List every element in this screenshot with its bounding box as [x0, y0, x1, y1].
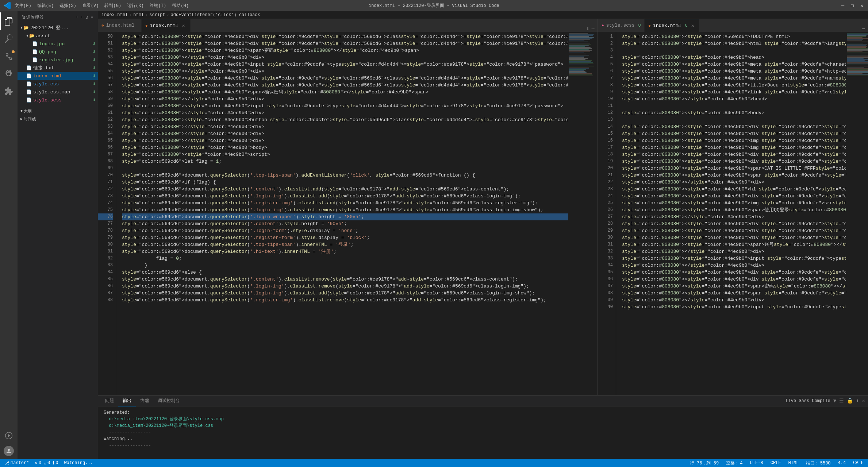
terminal-label: Live Sass Compile: [786, 398, 830, 404]
right-tab-0-badge: U: [638, 23, 641, 28]
error-status[interactable]: ✕ 0 ⚠ 0 ℹ 0: [33, 459, 59, 467]
tree-item-links-txt[interactable]: 📄 链接.txt U: [18, 64, 98, 72]
terminal-line-2: d:\media_item\20221120-登录界面\style.css: [104, 422, 862, 429]
watching-status[interactable]: Watching...: [63, 459, 95, 467]
outline-label: 大纲: [24, 108, 32, 114]
terminal-lock-icon[interactable]: 🔒: [847, 398, 853, 404]
version-status[interactable]: 4.4: [837, 459, 848, 467]
remote-icon[interactable]: [0, 427, 18, 444]
terminal-content: Generated: d:\media_item\20221120-登录界面\s…: [98, 406, 868, 459]
close-button[interactable]: ✕: [859, 3, 864, 8]
right-code-content[interactable]: 1234567891011121314151617181920212223242…: [598, 32, 868, 395]
left-tab-actions: ⬇ ⋯: [583, 26, 598, 32]
right-more-icon[interactable]: ⋯: [862, 26, 865, 32]
sidebar-title: 资源管理器: [22, 15, 43, 20]
menu-file[interactable]: 文件(F): [15, 3, 31, 9]
right-tab-1[interactable]: ❖ index.html U ✕: [645, 19, 699, 32]
right-minimap: [846, 32, 868, 395]
right-tab-0[interactable]: ● style.scss U: [598, 19, 645, 32]
file-icon-index-html: 📄: [26, 73, 32, 79]
run-debug-icon[interactable]: [0, 65, 18, 82]
right-code-lines[interactable]: style="color:#808080"><style="color:#569…: [616, 32, 846, 395]
tree-item-login-jpg[interactable]: 📄 login.jpg U: [18, 40, 98, 48]
sidebar-actions[interactable]: + + ↺ ≡: [76, 15, 93, 20]
status-left: ⎇ master* ✕ 0 ⚠ 0 ℹ 0 Watching...: [3, 459, 95, 467]
git-branch-status[interactable]: ⎇ master*: [3, 459, 30, 467]
calf-status[interactable]: CALF: [852, 459, 865, 467]
live-server-status[interactable]: 端口: 5500: [804, 459, 832, 467]
menu-edit[interactable]: 编辑(E): [37, 3, 54, 9]
tree-root[interactable]: ▼ 📂 20221120-登...: [18, 24, 98, 32]
breadcrumb-callback[interactable]: addEventListener('click') callback: [171, 12, 260, 18]
tree-item-asset[interactable]: ▼ 📂 asset: [18, 32, 98, 40]
tree-item-register-jpg[interactable]: 📄 register.jpg U: [18, 56, 98, 64]
more-actions-icon[interactable]: ⋯: [592, 26, 595, 32]
left-code-lines[interactable]: style="color:#808080"><style="color:#4ec…: [116, 32, 568, 395]
terminal-close-icon[interactable]: ✕: [862, 398, 865, 404]
tree-item-qq-png[interactable]: 📄 QQ.png U: [18, 48, 98, 56]
terminal-tab-terminal[interactable]: 终端: [136, 395, 153, 406]
terminal-resize-icon[interactable]: ⬆: [856, 398, 859, 404]
tree-timeline[interactable]: ▶ 时间线: [18, 115, 98, 123]
left-tab-bar: ❖ index.html ❖ index.html ✕ ⬇ ⋯: [98, 19, 598, 32]
new-folder-icon[interactable]: +: [81, 15, 84, 20]
file-icon-qq: 📄: [32, 49, 38, 55]
minimize-button[interactable]: ─: [840, 3, 845, 8]
root-folder-icon: 📂: [23, 25, 29, 31]
right-tab-actions: ⋯: [859, 26, 868, 32]
left-code-content[interactable]: 5051525354555657585960616263646566676869…: [98, 32, 598, 395]
user-avatar[interactable]: [4, 446, 14, 456]
breadcrumb-sep-2: ›: [145, 12, 148, 18]
language-status[interactable]: HTML: [787, 459, 800, 467]
terminal-tab-problems[interactable]: 问题: [101, 395, 118, 406]
window-controls[interactable]: ─ ❐ ✕: [840, 3, 864, 8]
right-tab-0-label: style.scss: [606, 23, 635, 28]
terminal-list-icon[interactable]: ☰: [839, 398, 844, 404]
terminal-filter-icon[interactable]: ▼: [833, 398, 836, 404]
refresh-icon[interactable]: ↺: [86, 15, 89, 20]
sidebar: 资源管理器 + + ↺ ≡ ▼ 📂 20221120-登... ▼ 📂 asse…: [18, 11, 98, 459]
terminal-tab-debug[interactable]: 调试控制台: [153, 395, 184, 406]
source-control-icon[interactable]: [0, 47, 18, 65]
right-tab-1-label: index.html: [653, 23, 681, 28]
left-tab-1[interactable]: ❖ index.html ✕: [142, 19, 191, 32]
tree-item-index-html[interactable]: 📄 index.html U: [18, 72, 98, 80]
split-editor-icon[interactable]: ⬇: [586, 26, 589, 32]
menu-bar[interactable]: 文件(F) 编辑(E) 选择(S) 查看(V) 转到(G) 运行(R) 终端(T…: [15, 3, 189, 9]
menu-goto[interactable]: 转到(G): [104, 3, 121, 9]
terminal-tab-output[interactable]: 输出: [118, 395, 136, 406]
menu-select[interactable]: 选择(S): [59, 3, 76, 9]
menu-view[interactable]: 查看(V): [82, 3, 99, 9]
file-badge-login-jpg: U: [92, 42, 95, 46]
menu-terminal[interactable]: 终端(T): [150, 3, 166, 9]
new-file-icon[interactable]: +: [76, 15, 78, 20]
breadcrumb-html[interactable]: html: [133, 12, 144, 18]
file-label-links: 链接.txt: [33, 65, 54, 71]
terminal-tabs: 问题 输出 终端 调试控制台 Live Sass Compile ▼ ☰ 🔒 ⬆…: [98, 395, 868, 406]
left-tab-0[interactable]: ❖ index.html: [98, 19, 142, 32]
sidebar-header: 资源管理器 + + ↺ ≡: [18, 11, 98, 24]
extensions-icon[interactable]: [0, 82, 18, 100]
collapse-icon[interactable]: ≡: [91, 15, 93, 20]
tree-item-style-css[interactable]: 📄 style.css U: [18, 80, 98, 88]
right-tab-1-close[interactable]: ✕: [690, 23, 695, 28]
spaces-status[interactable]: 空格: 4: [725, 459, 744, 467]
file-tree: ▼ 📂 20221120-登... ▼ 📂 asset 📄 login.jpg …: [18, 24, 98, 459]
explorer-icon[interactable]: [0, 12, 18, 30]
menu-run[interactable]: 运行(R): [127, 3, 144, 9]
tree-outline[interactable]: ▼ 大纲: [18, 107, 98, 115]
search-icon[interactable]: [0, 30, 18, 47]
line-ending-status[interactable]: CRLF: [769, 459, 783, 467]
watching-label: Watching...: [64, 460, 93, 466]
tree-item-style-scss[interactable]: 📄 style.scss U: [18, 96, 98, 104]
breadcrumb-script[interactable]: script: [149, 12, 165, 18]
cursor-position-status[interactable]: 行 76，列 59: [688, 459, 720, 467]
restore-button[interactable]: ❐: [850, 3, 855, 8]
left-tab-1-close[interactable]: ✕: [181, 23, 187, 28]
menu-help[interactable]: 帮助(H): [172, 3, 189, 9]
warning-icon: ⚠: [44, 460, 46, 466]
file-label-register: register.jpg: [39, 57, 73, 63]
encoding-status[interactable]: UTF-8: [749, 459, 765, 467]
tree-item-style-css-map[interactable]: 📄 style.css.map U: [18, 88, 98, 96]
breadcrumb-file[interactable]: index.html: [101, 12, 128, 18]
